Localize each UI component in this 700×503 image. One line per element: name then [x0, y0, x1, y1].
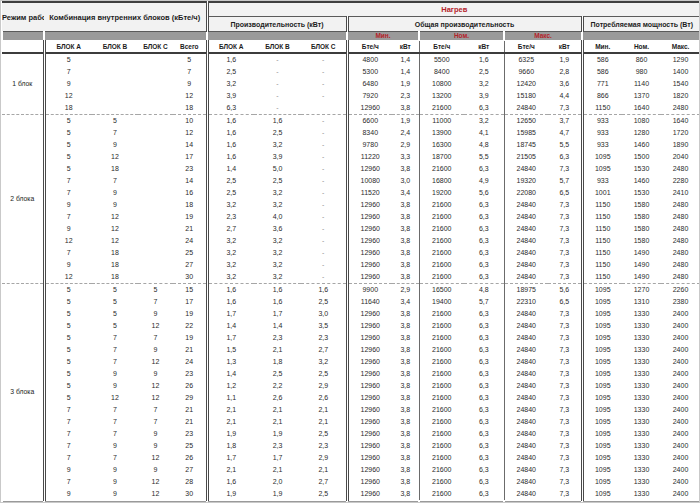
- data-cell: 2400: [661, 416, 700, 428]
- data-cell: 1310: [622, 296, 661, 308]
- data-cell: 3,3: [392, 151, 419, 163]
- data-cell: 3,5: [301, 320, 347, 332]
- data-cell: 3,2: [207, 235, 254, 247]
- data-cell: 5: [92, 308, 138, 320]
- data-cell: -: [301, 235, 347, 247]
- data-cell: 21600: [419, 464, 464, 476]
- data-cell: 1095: [582, 464, 622, 476]
- data-cell: 1330: [622, 488, 661, 501]
- data-cell: 11640: [347, 296, 392, 308]
- data-cell: 24840: [504, 488, 548, 501]
- data-cell: 11220: [347, 151, 392, 163]
- data-cell: -: [301, 139, 347, 151]
- data-cell: 1,6: [254, 115, 301, 128]
- data-cell: 1095: [582, 380, 622, 392]
- minnommax-band-row: Мин.Ном.Макс.: [2, 32, 700, 41]
- data-cell: 1530: [622, 163, 661, 175]
- data-cell: 7,3: [548, 368, 582, 380]
- data-cell: 2380: [661, 296, 700, 308]
- data-cell: [138, 199, 173, 211]
- data-cell: 1330: [622, 404, 661, 416]
- data-cell: 7: [44, 416, 92, 428]
- data-cell: 21600: [419, 163, 464, 175]
- data-cell: 2400: [661, 344, 700, 356]
- table-row: 57121,62,5-83402,4139004,1159854,7933128…: [2, 127, 700, 139]
- data-cell: 12960: [347, 211, 392, 223]
- data-cell: 14: [173, 175, 207, 187]
- mode-subheader-empty: [2, 41, 44, 54]
- data-cell: 12960: [347, 223, 392, 235]
- data-cell: 2,7: [301, 344, 347, 356]
- data-cell: 1095: [582, 308, 622, 320]
- data-cell: -: [301, 175, 347, 187]
- data-cell: 1,9: [207, 428, 254, 440]
- table-row: 579211,52,12,7129603,8216006,3248407,310…: [2, 344, 700, 356]
- table-row: 799251,82,32,3129603,8216006,3248407,310…: [2, 440, 700, 452]
- data-cell: 7,3: [548, 404, 582, 416]
- data-cell: 9: [138, 344, 173, 356]
- data-cell: 6,3: [464, 428, 504, 440]
- data-cell: -: [301, 78, 347, 90]
- data-cell: 1500: [622, 151, 661, 163]
- data-cell: 5: [92, 320, 138, 332]
- data-cell: 2,6: [254, 392, 301, 404]
- data-cell: 7: [44, 211, 92, 223]
- data-cell: 3,8: [392, 211, 419, 223]
- data-cell: 5,7: [464, 296, 504, 308]
- data-cell: 21600: [419, 392, 464, 404]
- data-cell: 9: [138, 308, 173, 320]
- band-label: Ном.: [419, 32, 504, 41]
- column-subheader: Мин.: [582, 41, 622, 54]
- table-row: 9912301,91,92,5129603,8216006,3248407,31…: [2, 488, 700, 501]
- data-cell: 1460: [622, 175, 661, 187]
- data-cell: [138, 223, 173, 235]
- data-cell: 12: [173, 90, 207, 102]
- data-cell: 7: [92, 332, 138, 344]
- data-cell: 12960: [347, 440, 392, 452]
- table-row: 999272,12,12,1129603,8216006,3248407,310…: [2, 464, 700, 476]
- data-cell: 3,9: [464, 90, 504, 102]
- data-cell: 933: [582, 127, 622, 139]
- column-subheader: кВт: [464, 41, 504, 54]
- data-cell: 5,5: [464, 151, 504, 163]
- data-cell: 18745: [504, 139, 548, 151]
- column-subheader: БЛОК А: [207, 41, 254, 54]
- data-cell: 21600: [419, 440, 464, 452]
- data-cell: 1460: [622, 139, 661, 151]
- data-cell: 980: [622, 66, 661, 78]
- data-cell: 24840: [504, 211, 548, 223]
- data-cell: 29: [173, 392, 207, 404]
- data-cell: 6325: [504, 53, 548, 66]
- data-cell: 3,2: [464, 115, 504, 128]
- data-cell: 3,8: [392, 416, 419, 428]
- data-cell: [138, 102, 173, 115]
- total-capacity-group-header: Общая производительность: [347, 17, 582, 32]
- data-cell: 7: [92, 175, 138, 187]
- data-cell: 5: [44, 380, 92, 392]
- data-cell: 5: [44, 368, 92, 380]
- data-cell: 1,1: [207, 392, 254, 404]
- data-cell: 23: [173, 368, 207, 380]
- data-cell: 1,6: [207, 53, 254, 66]
- data-cell: 5: [44, 332, 92, 344]
- data-cell: 19400: [419, 296, 464, 308]
- data-cell: 6,3: [207, 102, 254, 115]
- band-segment: [2, 32, 44, 41]
- data-cell: 12960: [347, 259, 392, 271]
- data-cell: 3,6: [254, 223, 301, 235]
- data-cell: 18: [92, 163, 138, 175]
- data-cell: 6,3: [464, 488, 504, 501]
- data-cell: 3,2: [207, 271, 254, 284]
- data-cell: 1,8: [254, 356, 301, 368]
- data-cell: 9: [92, 380, 138, 392]
- data-cell: -: [254, 78, 301, 90]
- data-cell: 1330: [622, 428, 661, 440]
- data-cell: 7: [44, 66, 92, 78]
- data-cell: 7,3: [548, 332, 582, 344]
- data-cell: -: [301, 151, 347, 163]
- data-cell: 7,3: [548, 464, 582, 476]
- data-cell: [92, 102, 138, 115]
- data-cell: 1580: [622, 199, 661, 211]
- data-cell: 3,2: [254, 187, 301, 199]
- data-cell: 3,8: [392, 163, 419, 175]
